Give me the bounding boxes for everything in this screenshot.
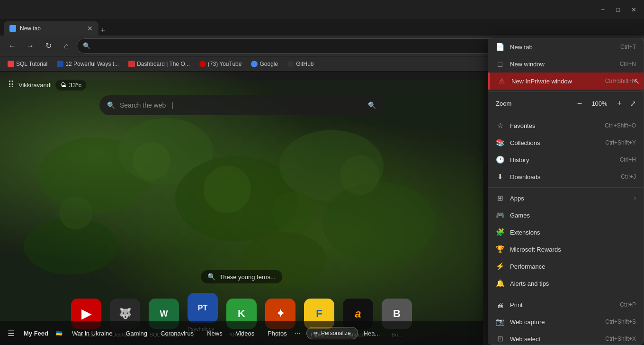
menu-apps-label: Apps xyxy=(510,195,628,202)
fav-icon-youtube xyxy=(199,61,206,67)
main-area: ⠿ Vikkiravandi 🌤 33°c 🔍 Search the web |… xyxy=(0,72,644,345)
fav-icon-google xyxy=(251,61,258,67)
menu-history-shortcut: Ctrl+H xyxy=(620,156,636,163)
menu-history[interactable]: 🕐 History Ctrl+H xyxy=(488,151,644,168)
new-tab-btn[interactable]: + xyxy=(100,26,106,36)
grid-dots-icon[interactable]: ⠿ xyxy=(8,79,15,91)
fav-youtube[interactable]: (73) YouTube xyxy=(197,59,245,69)
menu-rewards-label: Microsoft Rewards xyxy=(510,246,636,253)
menu-favorites[interactable]: ☆ Favorites Ctrl+Shift+O xyxy=(488,117,644,134)
menu-ms-rewards[interactable]: 🏆 Microsoft Rewards xyxy=(488,241,644,258)
fav-github[interactable]: GitHub xyxy=(285,59,316,69)
zoom-value: 100% xyxy=(590,100,609,107)
zoom-label: Zoom xyxy=(496,100,569,107)
menu-downloads-shortcut: Ctrl+J xyxy=(621,173,636,180)
menu-inprivate[interactable]: ⚠ New InPrivate window Ctrl+Shift+N ↖ xyxy=(488,73,644,90)
menu-extensions-label: Extensions xyxy=(510,229,636,236)
title-bar: − □ ✕ xyxy=(0,0,644,19)
menu-print-label: Print xyxy=(510,301,614,309)
back-btn[interactable]: ← xyxy=(5,38,20,54)
menu-downloads[interactable]: ⬇ Downloads Ctrl+J xyxy=(488,168,644,185)
fav-sql-tutorial[interactable]: SQL Tutorial xyxy=(5,59,50,69)
refresh-btn[interactable]: ↻ xyxy=(41,38,56,54)
fav-dashboard[interactable]: Dashboard | The O... xyxy=(125,59,193,69)
home-btn[interactable]: ⌂ xyxy=(59,38,74,54)
menu-new-tab-label: New tab xyxy=(510,44,615,51)
games-icon: 🎮 xyxy=(496,211,504,219)
menu-extensions[interactable]: 🧩 Extensions xyxy=(488,224,644,241)
weather-icon: 🌤 xyxy=(60,82,66,89)
menu-new-tab[interactable]: 📄 New tab Ctrl+T xyxy=(488,38,644,55)
fav-google[interactable]: Google xyxy=(248,59,281,69)
new-tab-icon: 📄 xyxy=(496,43,504,51)
menu-alerts-label: Alerts and tips xyxy=(510,280,636,287)
menu-collections[interactable]: 📚 Collections Ctrl+Shift+Y xyxy=(488,134,644,151)
news-more-dots[interactable]: ··· xyxy=(295,329,301,337)
menu-collections-label: Collections xyxy=(510,139,599,146)
menu-performance[interactable]: ⚡ Performance xyxy=(488,258,644,275)
news-head: Hea... xyxy=(364,330,380,337)
search-placeholder: Search the web xyxy=(120,101,166,109)
menu-inprivate-shortcut: Ctrl+Shift+N xyxy=(605,78,636,84)
zoom-row: Zoom − 100% + ⤢ xyxy=(488,94,644,113)
menu-web-select[interactable]: ⊡ Web select Ctrl+Shift+X xyxy=(488,330,644,345)
menu-divider-4 xyxy=(488,294,644,294)
news-tab-photos[interactable]: Photos xyxy=(262,327,292,340)
fav-icon-sql xyxy=(8,61,14,67)
search-icon-addr: 🔍 xyxy=(83,42,90,49)
menu-games[interactable]: 🎮 Games xyxy=(488,207,644,224)
browser-menu: 📄 New tab Ctrl+T □ New window Ctrl+N ⚠ N… xyxy=(488,38,644,345)
menu-inprivate-label: New InPrivate window xyxy=(511,78,599,85)
forward-btn[interactable]: → xyxy=(23,38,38,54)
news-tab-myfeed[interactable]: My Feed xyxy=(18,327,54,340)
personalize-btn[interactable]: ✏ Personalize xyxy=(306,327,358,339)
menu-print[interactable]: 🖨 Print Ctrl+P xyxy=(488,296,644,313)
inprivate-icon: ⚠ xyxy=(497,77,506,85)
cursor-indicator: ↖ xyxy=(634,77,640,86)
rewards-icon: 🏆 xyxy=(496,245,504,254)
favorites-icon: ☆ xyxy=(496,121,504,130)
menu-alerts[interactable]: 🔔 Alerts and tips xyxy=(488,275,644,292)
menu-new-window[interactable]: □ New window Ctrl+N xyxy=(488,55,644,73)
menu-apps[interactable]: ⊞ Apps › xyxy=(488,190,644,207)
page-search: 🔍 Search the web | 🔍 xyxy=(99,95,384,115)
menu-favorites-label: Favorites xyxy=(510,122,599,129)
window-maximize-btn[interactable]: □ xyxy=(612,5,624,14)
news-tab-coronavirus[interactable]: Coronavirus xyxy=(155,327,199,340)
zoom-minus-btn[interactable]: − xyxy=(573,97,586,110)
menu-performance-label: Performance xyxy=(510,263,636,270)
window-minimize-btn[interactable]: − xyxy=(598,5,609,14)
menu-divider-2 xyxy=(488,115,644,115)
menu-web-select-label: Web select xyxy=(510,336,599,343)
news-tab-news[interactable]: News xyxy=(201,327,228,340)
caption-search-icon: 🔍 xyxy=(207,273,215,281)
tab-bar: New tab ✕ + xyxy=(0,19,644,36)
menu-downloads-label: Downloads xyxy=(510,173,615,181)
window-close-btn[interactable]: ✕ xyxy=(627,5,640,14)
web-capture-icon: 📷 xyxy=(496,318,504,326)
alerts-icon: 🔔 xyxy=(496,279,504,288)
search-end-icon: 🔍 xyxy=(368,101,376,109)
active-tab[interactable]: New tab ✕ xyxy=(4,21,98,36)
menu-web-capture[interactable]: 📷 Web capture Ctrl+Shift+S xyxy=(488,313,644,330)
news-tab-videos[interactable]: Videos xyxy=(230,327,260,340)
downloads-icon: ⬇ xyxy=(496,172,504,181)
news-bar: ☰ My Feed 🇺🇦 War in Ukraine Gaming Coron… xyxy=(0,321,483,345)
image-caption[interactable]: 🔍 These young ferns... xyxy=(201,270,282,283)
fav-12-powerful[interactable]: 12 Powerful Ways t... xyxy=(54,59,122,69)
apps-arrow-icon: › xyxy=(634,195,636,201)
news-tab-gaming[interactable]: Gaming xyxy=(120,327,153,340)
menu-web-capture-label: Web capture xyxy=(510,318,599,326)
print-icon: 🖨 xyxy=(496,300,504,309)
zoom-plus-btn[interactable]: + xyxy=(613,97,626,110)
page-content: ⠿ Vikkiravandi 🌤 33°c 🔍 Search the web |… xyxy=(0,72,483,345)
zoom-expand-btn[interactable]: ⤢ xyxy=(630,99,636,108)
fav-icon-github xyxy=(287,61,294,67)
page-search-bar[interactable]: 🔍 Search the web | 🔍 xyxy=(99,95,384,115)
hamburger-icon[interactable]: ☰ xyxy=(8,329,14,338)
tab-close-btn[interactable]: ✕ xyxy=(87,25,93,32)
search-icon: 🔍 xyxy=(107,101,115,109)
menu-history-label: History xyxy=(510,156,614,163)
weather-badge[interactable]: 🌤 33°c xyxy=(55,80,86,91)
news-tab-war[interactable]: War in Ukraine xyxy=(66,327,118,340)
